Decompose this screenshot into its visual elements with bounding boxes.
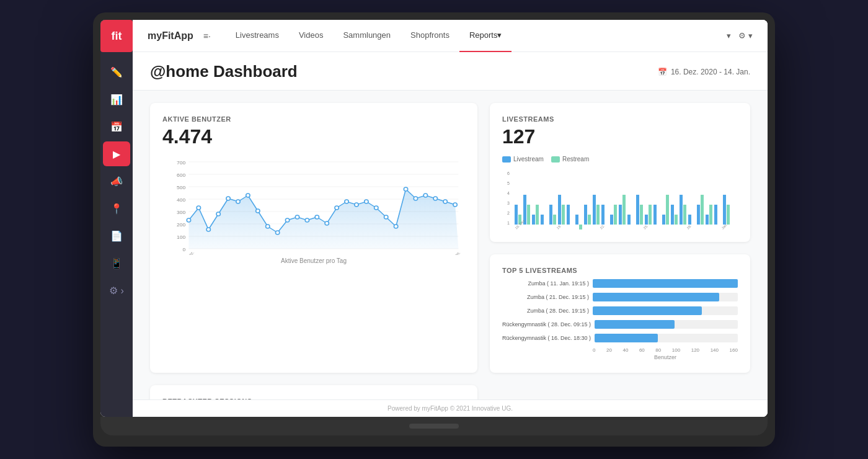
- svg-rect-75: [558, 195, 561, 225]
- svg-rect-96: [666, 195, 669, 225]
- svg-point-42: [433, 197, 437, 200]
- svg-point-17: [187, 218, 190, 222]
- chart-icon[interactable]: 📊: [103, 87, 130, 112]
- location-icon[interactable]: 📍: [103, 196, 130, 221]
- svg-point-29: [305, 218, 309, 222]
- svg-point-34: [355, 203, 358, 207]
- bar-track-1: [593, 279, 738, 288]
- svg-text:10.: 10.: [421, 254, 428, 255]
- top-gear-icon[interactable]: ⚙ ▾: [738, 31, 753, 40]
- livestreams-svg: 6 5 4 3 2 1: [502, 167, 738, 230]
- svg-rect-71: [536, 205, 539, 225]
- nav-shopfronts[interactable]: Shopfronts: [401, 20, 459, 52]
- calendar-icon[interactable]: 📅: [103, 114, 130, 139]
- aktive-benutzer-card: AKTIVE BENUTZER 4.474: [150, 103, 477, 373]
- livestream-legend-label: Livestream: [513, 156, 544, 163]
- svg-point-40: [414, 197, 417, 200]
- livestreams-label: LIVESTREAMS: [502, 115, 738, 123]
- svg-text:18.: 18.: [204, 254, 211, 255]
- top-settings-icon[interactable]: ▾: [727, 31, 731, 40]
- svg-text:100: 100: [177, 234, 186, 240]
- svg-rect-83: [596, 205, 600, 225]
- top-nav: myFitApp ≡· Livestreams Videos Sammlunge…: [133, 20, 768, 52]
- livestreams-chart: 6 5 4 3 2 1: [502, 167, 738, 230]
- date-range[interactable]: 📅 16. Dez. 2020 - 14. Jan.: [658, 68, 750, 76]
- pencil-icon[interactable]: ✏️: [103, 60, 130, 84]
- svg-text:22.: 22.: [599, 224, 605, 230]
- laptop-notch: [409, 424, 459, 429]
- svg-text:26.: 26.: [283, 254, 290, 255]
- nav-items: Livestreams Videos Sammlungen Shopfronts…: [226, 20, 727, 52]
- livestreams-legend: Livestream Restream: [502, 156, 738, 163]
- bar-label-1: Zumba ( 11. Jan. 19:15 ): [502, 280, 589, 287]
- svg-text:6: 6: [507, 171, 510, 176]
- livestream-legend-item: Livestream: [502, 156, 544, 163]
- calendar-icon: 📅: [658, 68, 667, 76]
- svg-text:1: 1: [507, 221, 510, 225]
- svg-text:5: 5: [507, 181, 510, 185]
- svg-text:600: 600: [177, 172, 186, 178]
- bar-fill-1: [593, 279, 738, 288]
- sidebar-icon-list: ✏️ 📊 📅 ▶ 📣 📍 📄 📱 ⚙ ›: [100, 55, 133, 308]
- bar-label-4: Rückengymnastik ( 28. Dec. 09:15 ): [502, 321, 591, 328]
- svg-point-44: [453, 203, 457, 207]
- svg-text:1.: 1.: [343, 254, 348, 255]
- laptop-container: fit ✏️ 📊 📅 ▶ 📣 📍 📄 📱 ⚙ › m: [93, 12, 775, 447]
- document-icon[interactable]: 📄: [103, 223, 130, 248]
- svg-text:4: 4: [507, 191, 510, 195]
- laptop-screen: fit ✏️ 📊 📅 ▶ 📣 📍 📄 📱 ⚙ › m: [100, 20, 768, 417]
- svg-text:700: 700: [177, 160, 186, 166]
- bar-track-2: [593, 293, 738, 301]
- svg-text:3: 3: [507, 201, 510, 205]
- svg-rect-103: [701, 195, 704, 225]
- play-icon[interactable]: ▶: [103, 141, 130, 166]
- bar-x-labels: 0 20 40 60 80 100 120 140 160: [502, 347, 738, 353]
- svg-rect-101: [688, 215, 691, 225]
- restream-legend-label: Restream: [562, 156, 589, 163]
- svg-rect-86: [614, 205, 617, 225]
- svg-rect-73: [549, 205, 552, 225]
- svg-rect-76: [562, 205, 565, 225]
- nav-reports[interactable]: Reports ▾: [459, 20, 512, 52]
- svg-rect-77: [567, 205, 570, 225]
- mobile-icon[interactable]: 📱: [103, 251, 130, 275]
- svg-point-19: [206, 228, 210, 231]
- laptop-base: [100, 417, 768, 435]
- main-content: myFitApp ≡· Livestreams Videos Sammlunge…: [133, 20, 768, 417]
- aktive-benutzer-chart-label: Aktive Benutzer pro Tag: [162, 257, 465, 264]
- svg-point-36: [374, 206, 378, 210]
- nav-sammlungen[interactable]: Sammlungen: [333, 20, 401, 52]
- nav-videos[interactable]: Videos: [289, 20, 334, 52]
- svg-point-39: [404, 187, 407, 191]
- bar-row-4: Rückengymnastik ( 28. Dec. 09:15 ): [502, 320, 738, 329]
- page-header: @home Dashboard 📅 16. Dez. 2020 - 14. Ja…: [133, 52, 768, 91]
- svg-rect-93: [649, 205, 652, 225]
- app-wrapper: fit ✏️ 📊 📅 ▶ 📣 📍 📄 📱 ⚙ › m: [100, 20, 768, 417]
- svg-rect-94: [653, 205, 657, 225]
- bar-label-3: Zumba ( 28. Dec. 19:15 ): [502, 308, 589, 314]
- svg-text:28.: 28.: [303, 254, 310, 255]
- aktive-benutzer-value: 4.474: [162, 125, 465, 148]
- nav-livestreams[interactable]: Livestreams: [226, 20, 289, 52]
- svg-rect-84: [601, 205, 604, 225]
- svg-rect-80: [584, 205, 587, 225]
- hamburger-icon[interactable]: ≡·: [203, 31, 211, 41]
- aktive-benutzer-svg: 700 600 500 400 300 200 100 0: [162, 156, 465, 255]
- svg-point-20: [216, 212, 220, 216]
- right-col: LIVESTREAMS 127 Livestream Restream: [490, 103, 750, 373]
- svg-point-28: [295, 215, 299, 219]
- svg-point-27: [285, 218, 289, 222]
- svg-text:500: 500: [177, 185, 186, 190]
- settings-gear-icon[interactable]: ⚙ ›: [103, 278, 130, 303]
- sidebar: fit ✏️ 📊 📅 ▶ 📣 📍 📄 📱 ⚙ ›: [100, 20, 133, 417]
- svg-point-41: [423, 194, 427, 197]
- betrachter-card: BETRACHTER SESSIONS 27.777: [150, 385, 477, 399]
- app-logo[interactable]: fit: [100, 20, 133, 52]
- svg-text:2: 2: [507, 211, 510, 215]
- bar-label-5: Rückengymnastik ( 16. Dec. 18:30 ): [502, 335, 591, 341]
- bar-fill-3: [593, 306, 702, 315]
- svg-rect-98: [675, 215, 678, 225]
- megaphone-icon[interactable]: 📣: [103, 169, 130, 194]
- bar-row-1: Zumba ( 11. Jan. 19:15 ): [502, 279, 738, 288]
- svg-text:300: 300: [177, 210, 186, 215]
